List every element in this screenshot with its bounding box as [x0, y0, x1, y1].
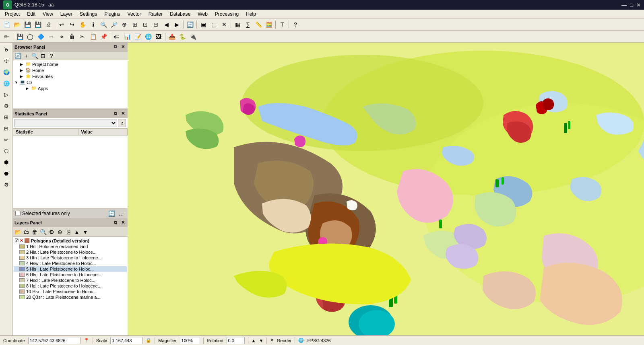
menu-project[interactable]: Project — [2, 10, 23, 18]
html-annotation-button[interactable]: 🌐 — [143, 32, 153, 41]
move-feature-button[interactable]: ↔ — [46, 32, 56, 41]
browser-refresh-button[interactable]: 🔄 — [14, 52, 22, 60]
zoom-full-button[interactable]: ⊕ — [120, 20, 129, 29]
layer-item-10[interactable]: 10 Hsr : Late Pleistocene to Holoc... — [14, 289, 127, 294]
undo-button[interactable]: ↩ — [57, 20, 66, 29]
node-tool-button[interactable]: ⋄ — [57, 32, 66, 41]
layer-item-5[interactable]: 5 Hls : Late Pleistocene to Holoc... — [14, 266, 127, 272]
zoom-layer-button[interactable]: ⊞ — [130, 20, 140, 29]
browser-float-icon[interactable]: ⧉ — [112, 44, 119, 50]
copy-features-button[interactable]: 📋 — [88, 32, 98, 41]
rotation-input[interactable] — [227, 337, 245, 344]
paste-features-button[interactable]: 📌 — [99, 32, 108, 41]
layers-close-icon[interactable]: ✕ — [120, 220, 126, 226]
new-project-button[interactable]: 📄 — [2, 20, 11, 29]
browser-item-project-home[interactable]: ▶ 📁 Project home — [14, 61, 126, 67]
browser-close-icon[interactable]: ✕ — [120, 44, 126, 50]
layer-group-item[interactable]: ☑ ✕ 🟫 Polygons (Detailed version) — [14, 238, 127, 244]
world-button[interactable]: 🌐 — [1, 78, 12, 88]
diagram-button[interactable]: 📊 — [122, 32, 132, 41]
statistics-button[interactable]: ∑ — [243, 20, 253, 29]
attributes-table-button[interactable]: ▦ — [233, 20, 242, 29]
layer-item-2[interactable]: 2 Hla : Late Pleistocene to Holoce... — [14, 249, 127, 255]
annotation-button[interactable]: 📝 — [133, 32, 142, 41]
stats-refresh-button[interactable]: ↺ — [118, 119, 126, 127]
tool9-button[interactable]: ⬡ — [1, 146, 12, 156]
cut-features-button[interactable]: ✂ — [78, 32, 87, 41]
select-feature-button[interactable]: ▣ — [198, 20, 208, 29]
open-layer-button[interactable]: 📂 — [14, 228, 22, 236]
menu-plugins[interactable]: Plugins — [101, 10, 123, 18]
menu-database[interactable]: Database — [167, 10, 194, 18]
deselect-all-button[interactable]: ✕ — [219, 20, 229, 29]
tool10-button[interactable]: ⬢ — [1, 157, 12, 167]
tool5-button[interactable]: ⚙ — [1, 101, 12, 111]
layer-item-3[interactable]: 3 Hfn : Late Pleistocene to Holocene... — [14, 255, 127, 261]
menu-vector[interactable]: Vector — [124, 10, 144, 18]
print-button[interactable]: 🖨 — [43, 20, 53, 29]
open-project-button[interactable]: 📂 — [12, 20, 22, 29]
tool11-button[interactable]: ⬣ — [1, 168, 12, 179]
menu-edit[interactable]: Edit — [24, 10, 39, 18]
minimize-button[interactable]: — — [621, 2, 627, 8]
pan-map-button[interactable]: ⊟ — [151, 20, 161, 29]
svg-annotation-button[interactable]: 🖼 — [154, 32, 163, 41]
tool6-button[interactable]: ⊞ — [1, 112, 12, 122]
stats-field-select[interactable] — [14, 119, 117, 127]
layer-item-8[interactable]: 8 Hgl : Late Pleistocene to Holocene... — [14, 283, 127, 289]
touch-zoom-button[interactable]: 🖱 — [1, 44, 12, 55]
save-project-button[interactable]: 💾 — [23, 20, 32, 29]
measure-button[interactable]: 📏 — [254, 20, 263, 29]
stats-close-icon[interactable]: ✕ — [120, 111, 126, 117]
stats-options-button[interactable]: … — [117, 209, 125, 218]
menu-web[interactable]: Web — [194, 10, 211, 18]
pan-button[interactable]: ✋ — [78, 20, 87, 29]
label-tool-button[interactable]: T — [277, 20, 287, 29]
duplicate-layer-button[interactable]: ⎘ — [64, 228, 72, 236]
menu-processing[interactable]: Processing — [212, 10, 242, 18]
magnifier-input[interactable] — [180, 337, 200, 344]
edit-button[interactable]: ✏ — [2, 32, 11, 41]
menu-settings[interactable]: Settings — [76, 10, 100, 18]
tool8-button[interactable]: ✏ — [1, 134, 12, 145]
layer-item-7[interactable]: 7 Hsd : Late Pleistocene to Holoc... — [14, 277, 127, 283]
layer-up-button[interactable]: ▲ — [73, 228, 81, 236]
zoom-in-button[interactable]: 🔍 — [99, 20, 108, 29]
identify-button[interactable]: ℹ — [88, 20, 98, 29]
layer-down-button[interactable]: ▼ — [81, 228, 89, 236]
browser-item-home[interactable]: ▶ 🏠 Home — [14, 67, 126, 73]
browser-add-button[interactable]: + — [22, 52, 30, 60]
help-button[interactable]: ? — [291, 20, 300, 29]
menu-layer[interactable]: Layer — [57, 10, 76, 18]
stats-float-icon[interactable]: ⧉ — [112, 111, 119, 117]
menu-raster[interactable]: Raster — [145, 10, 166, 18]
layer-props-button[interactable]: ⚙ — [47, 228, 56, 236]
calculator-button[interactable]: 🧮 — [264, 20, 274, 29]
zoom-prev-button[interactable]: ◀ — [161, 20, 171, 29]
add-layer-button[interactable]: 🗂 — [22, 228, 30, 236]
browser-item-c[interactable]: ▼ 💻 C:/ — [14, 79, 126, 85]
tool12-button[interactable]: ⚙ — [1, 179, 12, 190]
python-button[interactable]: 🐍 — [178, 32, 187, 41]
filter-layer-button[interactable]: 🔍 — [39, 228, 47, 236]
selected-features-checkbox[interactable] — [15, 211, 21, 216]
refresh-stats-button[interactable]: 🔄 — [107, 209, 116, 218]
zoom-selection-button[interactable]: ⊡ — [140, 20, 150, 29]
browser-help-button[interactable]: ? — [47, 52, 56, 60]
maximize-button[interactable]: □ — [630, 2, 633, 8]
menu-help[interactable]: Help — [243, 10, 259, 18]
save-as-button[interactable]: 💾 — [33, 20, 43, 29]
browser-filter-button[interactable]: 🔍 — [31, 52, 39, 60]
csv-import-button[interactable]: 📤 — [167, 32, 177, 41]
layer-item-20[interactable]: 20 Q3sr : Late Pleistocene marine a... — [14, 294, 127, 300]
browser-item-favourites[interactable]: ▶ ⭐ Favourites — [14, 73, 126, 79]
scale-input[interactable] — [110, 337, 142, 344]
coordinate-input[interactable] — [28, 337, 80, 344]
layer-item-4[interactable]: 4 Hsw : Late Pleistocene to Holoc... — [14, 261, 127, 266]
zoom-out-button[interactable]: 🔎 — [109, 20, 119, 29]
select-tool-button[interactable]: ▷ — [1, 89, 12, 100]
layer-item-1[interactable]: 1 Hrl : Holocene reclaimed land — [14, 244, 127, 249]
zoom-to-layer-button[interactable]: ⊕ — [56, 228, 64, 236]
close-button[interactable]: ✕ — [636, 2, 641, 8]
map-area[interactable] — [128, 43, 644, 335]
